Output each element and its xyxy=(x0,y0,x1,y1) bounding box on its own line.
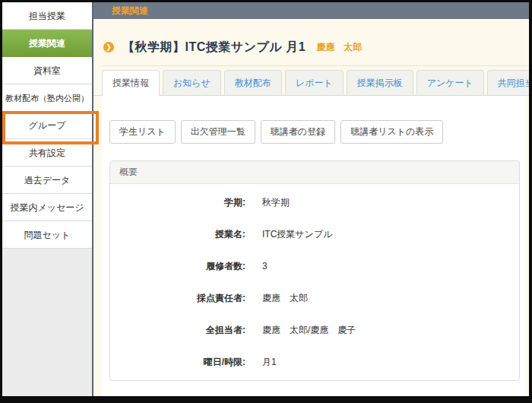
field-value: 月1 xyxy=(262,356,277,369)
field-row-enrolled-count: 履修者数: 3 xyxy=(110,250,519,282)
breadcrumb-label: 授業関連 xyxy=(112,5,148,16)
sidebar-item-question-sets[interactable]: 問題セット xyxy=(2,221,92,249)
tab-material-distribution[interactable]: 教材配布 xyxy=(224,70,282,95)
field-row-grading-lead: 採点責任者: 慶應 太郎 xyxy=(110,282,519,314)
main-area: 授業関連 ❯ 【秋学期】ITC授業サンプル 月1 慶應 太郎 授業情報 お知らせ… xyxy=(93,2,529,396)
sidebar-item-past-data[interactable]: 過去データ xyxy=(2,167,92,194)
tab-announcements[interactable]: お知らせ xyxy=(163,70,221,95)
field-value: ITC授業サンプル xyxy=(262,228,332,241)
field-label: 全担当者: xyxy=(110,324,245,337)
sidebar-item-share-settings[interactable]: 共有設定 xyxy=(2,139,92,167)
tab-survey[interactable]: アンケート xyxy=(416,70,484,95)
field-label: 曜日/時限: xyxy=(110,356,245,369)
auditor-list-button[interactable]: 聴講者リストの表示 xyxy=(340,120,443,144)
sidebar-item-group[interactable]: グループ xyxy=(2,112,92,139)
course-header: ❯ 【秋学期】ITC授業サンプル 月1 慶應 太郎 xyxy=(103,40,529,55)
tab-class-info[interactable]: 授業情報 xyxy=(102,70,160,96)
tab-class-board[interactable]: 授業掲示板 xyxy=(347,70,413,95)
field-row-day-period: 曜日/時限: 月1 xyxy=(110,346,519,378)
chevron-circle-icon: ❯ xyxy=(103,42,114,52)
sidebar-item-class-messages[interactable]: 授業内メッセージ xyxy=(2,194,92,221)
instructor-name[interactable]: 慶應 太郎 xyxy=(316,41,362,54)
tab-reports[interactable]: レポート xyxy=(285,70,344,95)
field-value: 慶應 太郎/慶應 慶子 xyxy=(262,324,356,337)
app-window: 担当授業 授業関連 資料室 教材配布（塾内公開） グループ 共有設定 過去データ… xyxy=(0,0,532,403)
sidebar: 担当授業 授業関連 資料室 教材配布（塾内公開） グループ 共有設定 過去データ… xyxy=(2,2,93,396)
header-divider xyxy=(102,65,529,66)
field-row-class-name: 授業名: ITC授業サンプル xyxy=(110,218,519,250)
student-list-button[interactable]: 学生リスト xyxy=(109,120,176,144)
field-value: 3 xyxy=(262,261,268,271)
overview-section: 概要 学期: 秋学期 授業名: ITC授業サンプル 履修者数: 3 xyxy=(109,160,520,381)
field-label: 履修者数: xyxy=(110,260,245,273)
overview-section-title: 概要 xyxy=(110,161,519,184)
tab-co-instructors[interactable]: 共同担当者 / 授業補助者 xyxy=(487,70,532,95)
action-button-row: 学生リスト 出欠管理一覧 聴講者の登録 聴講者リストの表示 xyxy=(102,96,526,144)
field-row-semester: 学期: 秋学期 xyxy=(110,186,519,218)
field-row-all-instructors: 全担当者: 慶應 太郎/慶應 慶子 xyxy=(110,314,519,346)
overview-fields: 学期: 秋学期 授業名: ITC授業サンプル 履修者数: 3 採点責任者: 慶應… xyxy=(110,184,519,380)
field-label: 学期: xyxy=(110,196,245,209)
sidebar-item-library[interactable]: 資料室 xyxy=(2,57,92,84)
course-title: 【秋学期】ITC授業サンプル 月1 xyxy=(122,40,306,56)
sidebar-item-assigned-classes[interactable]: 担当授業 xyxy=(2,2,92,30)
attendance-management-button[interactable]: 出欠管理一覧 xyxy=(181,120,255,144)
breadcrumb-bar: 授業関連 xyxy=(93,2,529,19)
sidebar-empty-area xyxy=(2,249,92,396)
tab-bar: 授業情報 お知らせ 教材配布 レポート 授業掲示板 アンケート 共同担当者 / … xyxy=(93,70,529,96)
sidebar-item-material-distribution[interactable]: 教材配布（塾内公開） xyxy=(2,84,92,112)
tab-panel: 学生リスト 出欠管理一覧 聴講者の登録 聴講者リストの表示 概要 学期: 秋学期… xyxy=(102,96,526,396)
field-label: 採点責任者: xyxy=(110,292,245,305)
field-value: 慶應 太郎 xyxy=(262,292,308,305)
sidebar-item-class-related[interactable]: 授業関連 xyxy=(2,30,92,57)
auditor-register-button[interactable]: 聴講者の登録 xyxy=(261,120,335,144)
field-value: 秋学期 xyxy=(262,196,290,209)
field-label: 授業名: xyxy=(110,228,245,241)
